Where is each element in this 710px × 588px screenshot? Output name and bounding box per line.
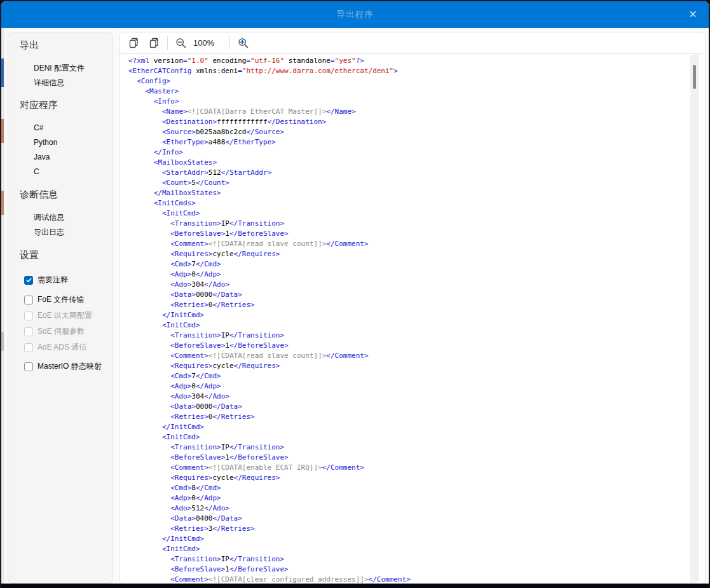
background-bleed [1, 119, 4, 143]
copy-all-icon[interactable] [148, 38, 160, 49]
vertical-scrollbar[interactable] [690, 55, 699, 583]
code-line: <InitCmds> [128, 198, 689, 209]
code-line: <Master> [128, 86, 689, 97]
section-title: 设置 [20, 249, 113, 261]
checkbox-label: EoE 以太网配置 [38, 310, 92, 321]
code-line: <Cmd>7</Cmd> [128, 259, 689, 270]
section-title: 导出 [20, 39, 113, 51]
code-line: <Retries>0</Retries> [128, 300, 689, 310]
checkbox-label: FoE 文件传输 [38, 294, 84, 305]
sidebar-item[interactable]: Java [34, 152, 113, 163]
checkbox-row[interactable]: MasterIO 静态映射 [24, 362, 113, 371]
zoom-out-icon[interactable] [175, 38, 187, 49]
code-line: <Name><![CDATA[Darra EtherCAT Master]]><… [128, 107, 689, 117]
checkbox-label: 需要注释 [38, 275, 68, 285]
scrollbar-thumb[interactable] [693, 65, 696, 89]
export-dialog-window: 导出程序 ✕ 导出DENI 配置文件详细信息对应程序C#PythonJavaC诊… [0, 0, 710, 588]
xml-code-view[interactable]: <?xml version="1.0" encoding="utf-16" st… [119, 54, 689, 584]
code-line: <InitCmd> [128, 320, 689, 331]
code-line: <Comment><![CDATA[read slave count]]></C… [128, 239, 689, 249]
close-button[interactable]: ✕ [683, 6, 702, 24]
code-line: <InitCmd> [128, 432, 689, 442]
code-line: <InitCmd> [128, 544, 689, 554]
checkbox-row: EoE 以太网配置 [24, 311, 113, 320]
code-line: <InitCmd> [128, 209, 689, 219]
code-line: <Transition>IP</Transition> [128, 331, 689, 341]
code-line: <EtherType>a488</EtherType> [128, 137, 689, 147]
checkbox-icon[interactable] [24, 362, 33, 371]
code-line: <Retries>3</Retries> [128, 524, 689, 534]
code-line: <Comment><![CDATA[read slave count]]></C… [128, 351, 689, 361]
code-line: <Transition>IP</Transition> [128, 219, 689, 229]
code-line: <Destination>ffffffffffff</Destination> [128, 117, 689, 127]
zoom-in-icon[interactable] [238, 38, 249, 49]
code-line: <?xml version="1.0" encoding="utf-16" st… [128, 56, 689, 66]
toolbar-separator [167, 36, 168, 50]
zoom-level-label: 100% [193, 38, 214, 48]
code-line: </InitCmd> [128, 310, 689, 320]
checkbox-row[interactable]: FoE 文件传输 [24, 295, 113, 304]
checkbox-row[interactable]: 需要注释 [24, 275, 113, 285]
sidebar-item[interactable]: 详细信息 [34, 78, 113, 88]
checkbox-label: SoE 伺服参数 [38, 326, 85, 337]
checkbox-icon[interactable] [24, 296, 33, 304]
checkbox-row: AoE ADS 通信 [24, 343, 113, 352]
code-line: <MailboxStates> [128, 158, 689, 168]
sidebar-item[interactable]: Python [34, 137, 113, 148]
code-line: <Data>0400</Data> [128, 514, 689, 524]
code-line: <Adp>0</Adp> [128, 270, 689, 280]
sidebar-item[interactable]: DENI 配置文件 [34, 63, 113, 74]
code-line: </Info> [128, 147, 689, 158]
checkbox-icon [24, 343, 33, 352]
checkbox-checked-icon[interactable] [24, 276, 33, 285]
code-line: <BeforeSlave>1</BeforeSlave> [128, 341, 689, 351]
code-line: <Info> [128, 97, 689, 107]
code-line: <Transition>IP</Transition> [128, 554, 689, 564]
code-line: <BeforeSlave>1</BeforeSlave> [128, 564, 689, 575]
sidebar-item[interactable]: 导出日志 [34, 227, 113, 238]
code-line: </InitCmd> [128, 422, 689, 432]
copy-icon[interactable] [128, 38, 139, 49]
code-line: <Adp>0</Adp> [128, 493, 689, 503]
code-line: </MailboxStates> [128, 188, 689, 198]
code-toolbar: 100% [119, 32, 705, 54]
code-line: <Data>0000</Data> [128, 290, 689, 300]
code-line: <Data>0000</Data> [128, 402, 689, 412]
checkbox-icon [24, 327, 33, 336]
background-bleed [1, 28, 4, 584]
checkbox-icon [24, 311, 33, 320]
code-line: <Config> [128, 76, 689, 86]
titlebar: 导出程序 ✕ [1, 1, 709, 28]
code-line: <Requires>cycle</Requires> [128, 473, 689, 483]
sidebar-item[interactable]: C [34, 167, 113, 177]
code-line: </InitCmd> [128, 534, 689, 544]
code-line: <BeforeSlave>1</BeforeSlave> [128, 229, 689, 239]
checkbox-label: AoE ADS 通信 [38, 342, 86, 353]
code-line: <Requires>cycle</Requires> [128, 249, 689, 259]
code-line: <Requires>cycle</Requires> [128, 361, 689, 371]
code-line: <BeforeSlave>1</BeforeSlave> [128, 453, 689, 463]
section-title: 对应程序 [20, 99, 113, 111]
code-line: <EtherCATConfig xmlns:deni="http://www.d… [128, 66, 689, 76]
code-line: <Cmd>8</Cmd> [128, 483, 689, 493]
code-line: <Ado>304</Ado> [128, 392, 689, 402]
checkbox-row: SoE 伺服参数 [24, 327, 113, 336]
code-panel: 100% <?xml version="1.0" encoding="utf-1… [119, 32, 706, 585]
code-line: <Count>5</Count> [128, 178, 689, 188]
code-line: <Ado>304</Ado> [128, 280, 689, 290]
background-bleed [1, 58, 4, 87]
code-line: <Transition>IP</Transition> [128, 442, 689, 453]
window-title: 导出程序 [337, 9, 374, 20]
sidebar: 导出DENI 配置文件详细信息对应程序C#PythonJavaC诊断信息调试信息… [8, 32, 113, 584]
checkbox-label: MasterIO 静态映射 [38, 361, 102, 372]
code-line: <Adp>0</Adp> [128, 381, 689, 392]
code-line: <StartAddr>512</StartAddr> [128, 168, 689, 178]
code-line: <Comment><![CDATA[enable ECAT IRQ]]></Co… [128, 463, 689, 473]
background-bleed [1, 191, 4, 215]
code-line: <Source>b025aa8bc2cd</Source> [128, 127, 689, 137]
sidebar-item[interactable]: C# [34, 123, 113, 133]
sidebar-item[interactable]: 调试信息 [34, 212, 113, 223]
toolbar-separator [229, 36, 230, 50]
close-icon: ✕ [688, 10, 697, 20]
section-title: 诊断信息 [20, 188, 113, 201]
